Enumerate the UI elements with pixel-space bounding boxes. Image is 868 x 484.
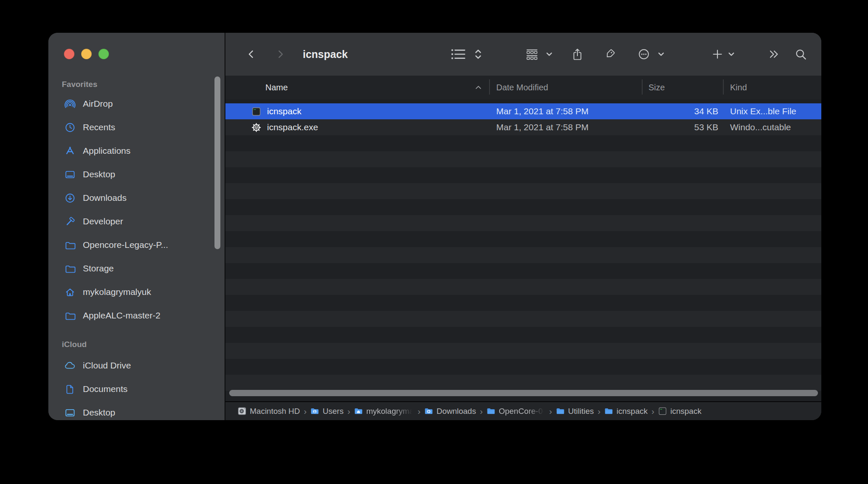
terminal-file-icon <box>251 107 261 116</box>
path-bar: Macintosh HD›Users›mykolagryma›Downloads… <box>225 401 821 420</box>
breadcrumb-label: OpenCore-0- <box>499 407 545 416</box>
file-row-icnspack[interactable]: icnspackMar 1, 2021 at 7:58 PM34 KBUnix … <box>225 103 821 119</box>
column-divider[interactable] <box>723 79 724 95</box>
share-button[interactable] <box>572 48 583 61</box>
folder-downloads-icon <box>424 407 433 416</box>
new-item-chevron-button[interactable] <box>728 52 735 57</box>
icloud-icon <box>64 360 76 371</box>
sidebar-item-storage[interactable]: Storage <box>48 257 225 280</box>
sidebar-section-icloud-title: iCloud <box>62 340 87 349</box>
view-options-chevrons[interactable] <box>474 47 482 61</box>
breadcrumb-item-icnspack[interactable]: icnspack <box>658 407 701 416</box>
sidebar-item-applications[interactable]: Applications <box>48 139 225 163</box>
sidebar-scrollbar[interactable] <box>214 76 220 249</box>
sidebar-item-label: iCloud Drive <box>83 360 131 371</box>
double-chevron-icon <box>767 48 780 60</box>
column-header-kind[interactable]: Kind <box>723 83 821 92</box>
sidebar-item-downloads[interactable]: Downloads <box>48 186 225 210</box>
sidebar-item-label: Storage <box>83 263 114 274</box>
minimize-button[interactable] <box>81 49 92 59</box>
empty-list-stripe <box>225 135 821 151</box>
chevrons-up-down-icon <box>474 47 482 61</box>
breadcrumb-item-icnspack[interactable]: icnspack <box>604 407 648 416</box>
column-header-name-label: Name <box>265 83 288 92</box>
column-header-size[interactable]: Size <box>642 83 723 92</box>
chevron-down-icon <box>728 52 735 57</box>
more-actions-button[interactable] <box>638 48 650 60</box>
column-divider[interactable] <box>642 79 643 95</box>
download-circle-icon <box>64 192 76 204</box>
search-icon <box>794 48 807 61</box>
desktop-icon <box>64 169 76 180</box>
breadcrumb-label: icnspack <box>617 407 648 416</box>
breadcrumb-item-mykolagryma[interactable]: mykolagryma <box>354 407 414 416</box>
breadcrumb-item-utilities[interactable]: Utilities <box>556 407 594 416</box>
file-name-cell: icnspack.exe <box>225 122 490 132</box>
new-item-button[interactable] <box>712 48 724 60</box>
hard-drive-icon <box>238 407 246 416</box>
sidebar-item-recents[interactable]: Recents <box>48 116 225 139</box>
chevron-left-icon <box>246 49 257 60</box>
chevron-down-icon <box>658 52 665 57</box>
breadcrumb-label: Users <box>323 407 344 416</box>
sidebar-item-label: mykolagrymalyuk <box>83 287 151 297</box>
sidebar-item-desktop[interactable]: Desktop <box>48 163 225 186</box>
column-header-name[interactable]: Name <box>225 76 490 99</box>
group-chevron-button[interactable] <box>546 52 553 57</box>
zoom-button[interactable] <box>98 49 109 59</box>
breadcrumb-item-users[interactable]: Users <box>310 407 344 416</box>
breadcrumb-separator: › <box>598 407 601 416</box>
sidebar-item-label: Desktop <box>83 408 115 418</box>
empty-list-stripe <box>225 167 821 183</box>
breadcrumb-label: Macintosh HD <box>250 407 300 416</box>
close-button[interactable] <box>64 49 74 59</box>
empty-list-stripe <box>225 295 821 311</box>
folder-icon <box>64 263 76 274</box>
forward-button[interactable] <box>275 49 286 60</box>
sidebar-item-opencore-legacy-p[interactable]: Opencore-Legacy-P... <box>48 233 225 257</box>
empty-list-stripe <box>225 247 821 263</box>
hammer-icon <box>64 216 76 227</box>
list-header: Name Date Modified Size Kind <box>225 76 821 100</box>
breadcrumb-separator: › <box>549 407 552 416</box>
back-button[interactable] <box>246 49 257 60</box>
window-title: icnspack <box>303 48 348 60</box>
breadcrumb-item-opencore-0-[interactable]: OpenCore-0- <box>487 407 545 416</box>
empty-list-stripe <box>225 327 821 343</box>
sidebar-item-documents[interactable]: Documents <box>48 377 225 401</box>
breadcrumb-item-macintosh-hd[interactable]: Macintosh HD <box>238 407 300 416</box>
column-divider[interactable] <box>489 79 490 95</box>
document-icon <box>64 384 76 395</box>
empty-list-stripe <box>225 263 821 279</box>
group-button[interactable] <box>525 48 539 61</box>
sidebar-item-label: Recents <box>83 122 115 132</box>
sidebar-item-airdrop[interactable]: AirDrop <box>48 92 225 116</box>
sidebar-item-desktop[interactable]: Desktop <box>48 401 225 420</box>
sidebar-item-mykolagrymalyuk[interactable]: mykolagrymalyuk <box>48 280 225 304</box>
sidebar: Favorites AirDropRecentsApplicationsDesk… <box>48 33 225 420</box>
sidebar-item-applealc-master-2[interactable]: AppleALC-master-2 <box>48 304 225 327</box>
empty-list-stripe <box>225 359 821 375</box>
search-button[interactable] <box>794 48 807 61</box>
tag-icon <box>603 48 617 61</box>
chevron-right-icon <box>275 49 286 60</box>
sidebar-item-developer[interactable]: Developer <box>48 210 225 233</box>
ellipsis-circle-icon <box>638 48 650 60</box>
sidebar-item-icloud-drive[interactable]: iCloud Drive <box>48 354 225 377</box>
breadcrumb-item-downloads[interactable]: Downloads <box>424 407 476 416</box>
horizontal-scrollbar[interactable] <box>229 390 818 396</box>
toolbar: icnspack <box>225 33 821 76</box>
file-row-icnspack-exe[interactable]: icnspack.exeMar 1, 2021 at 7:58 PM53 KBW… <box>225 119 821 135</box>
sidebar-item-label: Opencore-Legacy-P... <box>83 240 168 250</box>
file-name-cell: icnspack <box>225 106 490 116</box>
view-list-button[interactable] <box>451 48 466 60</box>
file-kind: Unix Ex...ble File <box>723 106 821 116</box>
file-size: 53 KB <box>642 122 723 132</box>
overflow-toolbar-button[interactable] <box>767 48 780 60</box>
breadcrumb-separator: › <box>651 407 654 416</box>
more-actions-chevron-button[interactable] <box>658 52 665 57</box>
breadcrumb-label: mykolagryma <box>366 407 414 416</box>
tag-button[interactable] <box>603 48 617 61</box>
column-header-date-modified[interactable]: Date Modified <box>490 83 642 92</box>
folder-icon <box>556 407 565 416</box>
